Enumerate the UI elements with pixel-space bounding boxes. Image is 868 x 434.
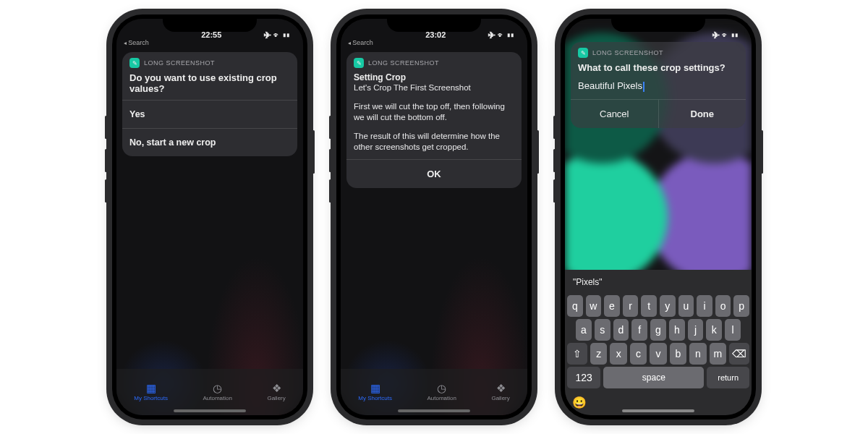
tab-my-shortcuts[interactable]: ▦ My Shortcuts (358, 383, 392, 401)
keyboard: "Pixels" qwertyuiop asdfghjkl ⇧zxcvbnm⌫ … (565, 270, 752, 415)
key-c[interactable]: c (630, 343, 647, 365)
dialog-card: ✎ LONG SCREENSHOT Setting Crop Let's Cro… (346, 52, 522, 188)
key-f[interactable]: f (631, 319, 647, 341)
dialog-body-1: First we will cut the top off, then foll… (346, 100, 522, 129)
keyboard-suggestion[interactable]: "Pixels" (567, 273, 749, 293)
home-indicator[interactable] (174, 409, 246, 412)
tab-automation[interactable]: ◷ Automation (203, 383, 231, 401)
app-icon: ✎ (578, 48, 588, 58)
app-name: LONG SCREENSHOT (592, 49, 663, 56)
status-icons: ✈ ᯤ ▮▮ (488, 31, 514, 39)
home-indicator[interactable] (622, 409, 694, 412)
automation-icon: ◷ (437, 383, 446, 393)
key-j[interactable]: j (688, 319, 704, 341)
key-k[interactable]: k (706, 319, 722, 341)
status-bar: 22:55 ✈ ᯤ ▮▮ (116, 19, 303, 39)
tab-automation[interactable]: ◷ Automation (427, 383, 456, 401)
dialog-prompt: What to call these crop settings? (571, 61, 746, 79)
key-y[interactable]: y (660, 295, 676, 317)
automation-icon: ◷ (213, 383, 222, 393)
key-o[interactable]: o (715, 295, 731, 317)
app-name: LONG SCREENSHOT (144, 59, 215, 67)
option-yes[interactable]: Yes (122, 100, 297, 128)
grid-icon: ▦ (146, 383, 156, 393)
status-bar: 23:02 ✈ ᯤ ▮▮ (341, 19, 527, 39)
key-u[interactable]: u (678, 295, 694, 317)
key-x[interactable]: x (610, 343, 626, 365)
tab-my-shortcuts[interactable]: ▦ My Shortcuts (134, 383, 168, 401)
key-m[interactable]: m (710, 343, 726, 365)
key-i[interactable]: i (697, 295, 712, 317)
key-space[interactable]: space (603, 367, 704, 388)
tab-bar: ▦ My Shortcuts ◷ Automation ❖ Gallery (116, 369, 303, 415)
key-h[interactable]: h (669, 319, 685, 341)
key-v[interactable]: v (650, 343, 666, 365)
key-backspace[interactable]: ⌫ (729, 343, 749, 365)
key-a[interactable]: a (576, 319, 592, 341)
status-bar: ✈ ᯤ ▮▮ (565, 19, 752, 39)
app-icon: ✎ (129, 58, 140, 68)
gallery-icon: ❖ (496, 383, 506, 393)
status-icons: ✈ ᯤ ▮▮ (264, 31, 290, 39)
phone-3: ✈ ᯤ ▮▮ ✎ LONG SCREENSHOT What to call th… (561, 14, 756, 420)
phone-2: 23:02 ✈ ᯤ ▮▮ Search ✎ LONG SCREENSHOT Se… (336, 14, 532, 420)
three-phone-showcase: 22:55 ✈ ᯤ ▮▮ Search ✎ LONG SCREENSHOT Do… (0, 0, 868, 434)
key-t[interactable]: t (641, 295, 657, 317)
key-r[interactable]: r (623, 295, 639, 317)
app-icon: ✎ (354, 58, 364, 68)
dialog-card: ✎ LONG SCREENSHOT Do you want to use exi… (122, 52, 297, 156)
key-d[interactable]: d (613, 319, 629, 341)
key-shift[interactable]: ⇧ (567, 343, 587, 365)
key-z[interactable]: z (590, 343, 607, 365)
app-name: LONG SCREENSHOT (368, 59, 439, 67)
key-g[interactable]: g (650, 319, 666, 341)
done-button[interactable]: Done (659, 100, 746, 128)
ok-button[interactable]: OK (346, 159, 522, 188)
dialog-prompt: Do you want to use existing crop values? (122, 71, 297, 100)
dialog-subheading: Let's Crop The First Screenshot (346, 82, 522, 100)
dialog-heading: Setting Crop (346, 71, 522, 82)
emoji-button[interactable]: 😀 (572, 396, 587, 409)
key-n[interactable]: n (689, 343, 706, 365)
tab-gallery[interactable]: ❖ Gallery (267, 383, 285, 401)
home-indicator[interactable] (398, 409, 470, 412)
grid-icon: ▦ (370, 383, 380, 393)
gallery-icon: ❖ (272, 383, 281, 393)
tab-bar: ▦ My Shortcuts ◷ Automation ❖ Gallery (341, 369, 527, 415)
key-q[interactable]: q (567, 295, 583, 317)
dialog-card: ✎ LONG SCREENSHOT What to call these cro… (571, 42, 746, 128)
dialog-body-2: The result of this will determine how th… (346, 129, 522, 159)
key-b[interactable]: b (670, 343, 686, 365)
key-123[interactable]: 123 (567, 367, 600, 388)
status-icons: ✈ ᯤ ▮▮ (712, 31, 739, 39)
text-input[interactable]: Beautiful Pixels (571, 79, 746, 99)
key-l[interactable]: l (725, 319, 741, 341)
breadcrumb-back[interactable]: Search (116, 39, 303, 49)
tab-gallery[interactable]: ❖ Gallery (491, 383, 509, 401)
key-e[interactable]: e (604, 295, 620, 317)
text-cursor (643, 82, 644, 92)
cancel-button[interactable]: Cancel (571, 100, 659, 128)
phone-1: 22:55 ✈ ᯤ ▮▮ Search ✎ LONG SCREENSHOT Do… (112, 14, 307, 420)
key-return[interactable]: return (707, 367, 749, 388)
key-p[interactable]: p (733, 295, 749, 317)
key-s[interactable]: s (595, 319, 610, 341)
breadcrumb-back[interactable]: Search (341, 39, 527, 49)
option-no[interactable]: No, start a new crop (122, 128, 297, 156)
key-w[interactable]: w (586, 295, 602, 317)
